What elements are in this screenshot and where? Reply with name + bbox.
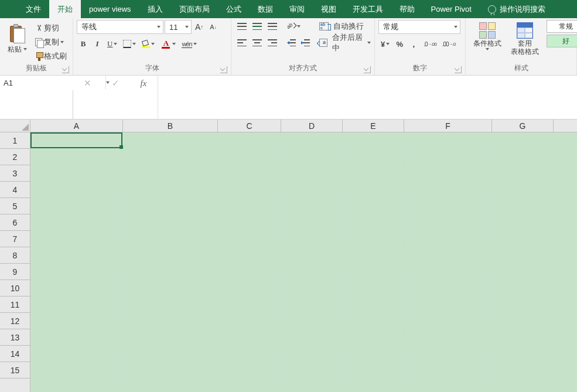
merge-center-button[interactable]: 合并后居中 [317, 36, 373, 49]
orientation-button[interactable] [285, 20, 303, 33]
cell[interactable] [343, 329, 404, 346]
cell[interactable] [404, 214, 492, 231]
cell[interactable] [218, 329, 281, 346]
font-family-select[interactable]: 等线 [77, 20, 163, 34]
align-launcher[interactable] [364, 66, 371, 73]
cell[interactable] [218, 182, 281, 198]
cell[interactable] [281, 165, 343, 182]
cell[interactable] [281, 198, 343, 214]
cell[interactable] [123, 231, 218, 247]
cell[interactable] [492, 362, 554, 379]
align-center-button[interactable] [250, 36, 264, 49]
cell[interactable] [554, 165, 577, 182]
cell[interactable] [343, 198, 404, 214]
cell[interactable] [343, 313, 404, 329]
percent-button[interactable]: % [393, 38, 406, 50]
cell[interactable] [218, 296, 281, 313]
row-header-3[interactable]: 3 [0, 165, 30, 182]
tab-developer[interactable]: 开发工具 [344, 0, 391, 18]
cell[interactable] [554, 296, 577, 313]
cell[interactable] [492, 231, 554, 247]
cell[interactable] [218, 247, 281, 264]
wrap-text-button[interactable]: 自动换行 [317, 20, 373, 33]
cell[interactable] [123, 313, 218, 329]
cell[interactable] [30, 247, 123, 264]
cell[interactable] [492, 280, 554, 296]
cell[interactable] [281, 182, 343, 198]
cell[interactable] [554, 214, 577, 231]
row-header-5[interactable]: 5 [0, 198, 30, 214]
align-bottom-button[interactable] [265, 20, 279, 33]
cells-area[interactable] [30, 132, 577, 392]
cell[interactable] [492, 198, 554, 214]
increase-decimal-button[interactable]: .0→.00 [421, 38, 438, 50]
cut-button[interactable]: ✂ 剪切 [32, 22, 69, 35]
row-header-12[interactable]: 12 [0, 313, 30, 329]
cell[interactable] [123, 214, 218, 231]
cell[interactable] [404, 132, 492, 149]
select-all-corner[interactable] [0, 120, 30, 132]
tab-review[interactable]: 审阅 [281, 0, 313, 18]
cell[interactable] [554, 182, 577, 198]
font-launcher[interactable] [220, 66, 227, 73]
cell[interactable] [554, 149, 577, 165]
cell[interactable] [492, 264, 554, 280]
tab-pagelayout[interactable]: 页面布局 [171, 0, 218, 18]
tab-file[interactable]: 文件 [18, 0, 49, 18]
cell[interactable] [404, 329, 492, 346]
cell[interactable] [30, 296, 123, 313]
cell[interactable] [281, 329, 343, 346]
formula-input[interactable] [158, 76, 577, 119]
cell[interactable] [218, 264, 281, 280]
cell-style-good[interactable]: 好 [547, 35, 577, 47]
cell[interactable] [218, 313, 281, 329]
cell[interactable] [343, 149, 404, 165]
cell[interactable] [343, 280, 404, 296]
cell[interactable] [281, 264, 343, 280]
cell[interactable] [281, 362, 343, 379]
bold-button[interactable]: B [77, 38, 90, 50]
cell[interactable] [30, 379, 123, 392]
cell[interactable] [554, 329, 577, 346]
cell[interactable] [281, 247, 343, 264]
decrease-indent-button[interactable] [285, 36, 298, 49]
cell[interactable] [218, 362, 281, 379]
cell[interactable] [30, 132, 123, 149]
cell[interactable] [492, 313, 554, 329]
row-header-2[interactable]: 2 [0, 149, 30, 165]
cell[interactable] [343, 362, 404, 379]
cell[interactable] [30, 346, 123, 362]
cell[interactable] [554, 313, 577, 329]
underline-button[interactable]: U [105, 38, 120, 50]
cell[interactable] [554, 346, 577, 362]
column-header-G[interactable]: G [492, 120, 554, 132]
cell[interactable] [554, 198, 577, 214]
italic-button[interactable]: I [91, 38, 104, 50]
cell[interactable] [218, 280, 281, 296]
fill-color-button[interactable] [139, 38, 157, 50]
cell[interactable] [123, 165, 218, 182]
cell[interactable] [554, 280, 577, 296]
cell[interactable] [281, 132, 343, 149]
column-header-E[interactable]: E [343, 120, 404, 132]
number-format-select[interactable]: 常规 [378, 20, 460, 34]
cell[interactable] [30, 280, 123, 296]
cell[interactable] [404, 379, 492, 392]
cell[interactable] [343, 182, 404, 198]
cell[interactable] [123, 379, 218, 392]
cell[interactable] [554, 247, 577, 264]
row-header-4[interactable]: 4 [0, 182, 30, 198]
cell[interactable] [343, 379, 404, 392]
cell[interactable] [554, 231, 577, 247]
cell[interactable] [123, 247, 218, 264]
cell[interactable] [343, 264, 404, 280]
tab-powerviews[interactable]: power views [81, 0, 139, 18]
cell[interactable] [281, 149, 343, 165]
tab-home[interactable]: 开始 [49, 0, 81, 18]
format-painter-button[interactable]: 格式刷 [32, 50, 69, 63]
cell[interactable] [123, 280, 218, 296]
cell[interactable] [343, 132, 404, 149]
cell[interactable] [30, 165, 123, 182]
row-header-9[interactable]: 9 [0, 264, 30, 280]
cell[interactable] [218, 132, 281, 149]
